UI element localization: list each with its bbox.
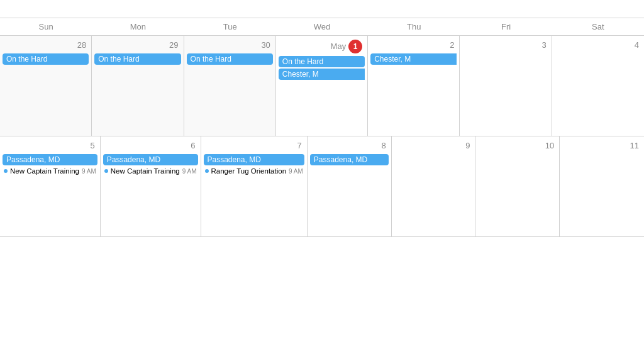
today-month-label: May bbox=[331, 41, 347, 52]
day-cell-7: 7Passadena, MDRanger Tug Orientation9 AM bbox=[201, 136, 308, 236]
day-cell-3: 3 bbox=[460, 36, 552, 136]
day-cell-29: 29On the Hard bbox=[92, 36, 184, 136]
event-bar[interactable]: Passadena, MD bbox=[204, 154, 304, 165]
event-bar[interactable]: Passadena, MD bbox=[310, 154, 389, 165]
day-number: 4 bbox=[555, 38, 641, 53]
day-cell-28: 28On the Hard bbox=[0, 36, 92, 136]
day-number: 8 bbox=[310, 139, 389, 154]
day-headers-row: SunMonTueWedThuFriSat bbox=[0, 18, 644, 36]
event-bar[interactable]: Passadena, MD bbox=[103, 154, 198, 165]
event-label: New Captain Training bbox=[111, 167, 180, 175]
day-number: 28 bbox=[3, 38, 89, 53]
event-bar[interactable]: On the Hard bbox=[94, 53, 180, 65]
day-header-sun: Sun bbox=[0, 18, 92, 35]
day-cell-1: May1On the HardChester, M bbox=[276, 36, 368, 136]
day-number-today: May1 bbox=[279, 38, 365, 56]
week-row-0: 28On the Hard29On the Hard30On the HardM… bbox=[0, 36, 644, 136]
day-number: 6 bbox=[103, 139, 198, 154]
event-time: 9 AM bbox=[289, 168, 303, 175]
calendar-grid: SunMonTueWedThuFriSat 28On the Hard29On … bbox=[0, 18, 644, 237]
day-number: 9 bbox=[394, 139, 473, 154]
calendar-header bbox=[0, 0, 644, 18]
day-cell-5: 5Passadena, MDNew Captain Training9 AM bbox=[0, 136, 101, 236]
day-number: 29 bbox=[94, 38, 180, 53]
event-bar-cut[interactable]: Chester, M bbox=[279, 69, 365, 80]
event-label: Ranger Tug Orientation bbox=[211, 167, 287, 175]
day-number: 10 bbox=[478, 139, 557, 154]
event-bar[interactable]: On the Hard bbox=[279, 56, 365, 67]
day-cell-8: 8Passadena, MD bbox=[308, 136, 392, 236]
day-cell-2: 2Chester, M bbox=[368, 36, 460, 136]
day-number: 5 bbox=[3, 139, 97, 154]
day-number: 7 bbox=[204, 139, 304, 154]
today-badge: 1 bbox=[348, 40, 362, 53]
day-header-wed: Wed bbox=[276, 18, 368, 35]
event-dot bbox=[205, 169, 209, 173]
event-label: New Captain Training bbox=[10, 167, 79, 175]
event-time: 9 AM bbox=[82, 168, 96, 175]
day-header-mon: Mon bbox=[92, 18, 184, 35]
day-cell-9: 9 bbox=[392, 136, 476, 236]
day-header-sat: Sat bbox=[552, 18, 644, 35]
day-number: 30 bbox=[187, 38, 273, 53]
event-time: 9 AM bbox=[182, 168, 197, 175]
event-bar[interactable]: Passadena, MD bbox=[3, 154, 97, 165]
day-cell-10: 10 bbox=[475, 136, 560, 236]
day-cell-11: 11 bbox=[560, 136, 644, 236]
day-number: 11 bbox=[562, 139, 641, 154]
week-row-1: 5Passadena, MDNew Captain Training9 AM6P… bbox=[0, 136, 644, 237]
day-header-tue: Tue bbox=[184, 18, 276, 35]
event-dot bbox=[4, 169, 8, 173]
day-cell-4: 4 bbox=[552, 36, 644, 136]
event-bar[interactable]: On the Hard bbox=[3, 53, 89, 65]
day-number: 2 bbox=[370, 38, 457, 53]
day-cell-30: 30On the Hard bbox=[184, 36, 276, 136]
day-header-fri: Fri bbox=[460, 18, 552, 35]
event-bar-cut[interactable]: Chester, M bbox=[370, 53, 457, 65]
day-header-thu: Thu bbox=[368, 18, 460, 35]
day-cell-6: 6Passadena, MDNew Captain Training9 AM bbox=[101, 136, 201, 236]
event-small[interactable]: Ranger Tug Orientation9 AM bbox=[204, 167, 304, 175]
weeks-container: 28On the Hard29On the Hard30On the HardM… bbox=[0, 36, 644, 237]
event-small[interactable]: New Captain Training9 AM bbox=[103, 167, 198, 175]
event-small[interactable]: New Captain Training9 AM bbox=[3, 167, 97, 175]
event-dot bbox=[104, 169, 108, 173]
day-number: 3 bbox=[462, 38, 548, 53]
event-bar[interactable]: On the Hard bbox=[187, 53, 273, 65]
